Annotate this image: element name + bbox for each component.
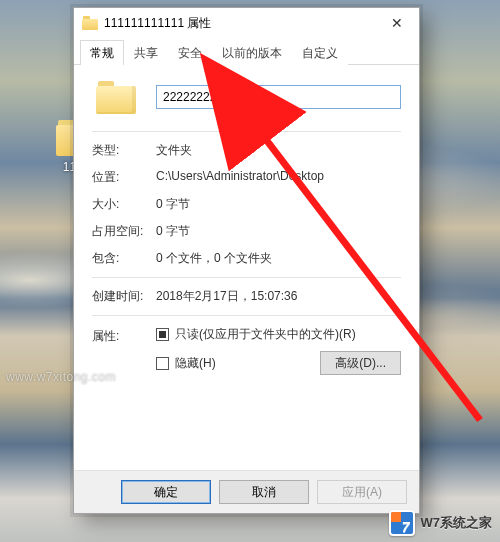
label-created: 创建时间: <box>92 288 156 305</box>
dialog-footer: 确定 取消 应用(A) <box>74 470 419 513</box>
label-attributes: 属性: <box>92 326 156 375</box>
tab-strip: 常规 共享 安全 以前的版本 自定义 <box>74 40 419 65</box>
readonly-checkbox-label: 只读(仅应用于文件夹中的文件)(R) <box>175 326 356 343</box>
window-title: 111111111111 属性 <box>104 15 374 32</box>
row-size-on-disk: 占用空间: 0 字节 <box>92 223 401 240</box>
value-size-on-disk: 0 字节 <box>156 223 401 240</box>
logo-badge-icon <box>389 510 415 536</box>
readonly-checkbox-row[interactable]: 只读(仅应用于文件夹中的文件)(R) <box>156 326 401 343</box>
folder-name-input[interactable] <box>156 85 401 109</box>
tab-security[interactable]: 安全 <box>168 40 212 65</box>
label-type: 类型: <box>92 142 156 159</box>
cancel-button[interactable]: 取消 <box>219 480 309 504</box>
row-created: 创建时间: 2018年2月17日，15:07:36 <box>92 288 401 305</box>
checkbox-readonly-icon <box>156 328 169 341</box>
row-type: 类型: 文件夹 <box>92 142 401 159</box>
dialog-body: 类型: 文件夹 位置: C:\Users\Administrator\Deskt… <box>74 65 419 470</box>
label-contains: 包含: <box>92 250 156 267</box>
label-size-on-disk: 占用空间: <box>92 223 156 240</box>
folder-icon <box>82 16 98 30</box>
tab-previous[interactable]: 以前的版本 <box>212 40 292 65</box>
label-location: 位置: <box>92 169 156 186</box>
advanced-button[interactable]: 高级(D)... <box>320 351 401 375</box>
apply-button[interactable]: 应用(A) <box>317 480 407 504</box>
tab-sharing[interactable]: 共享 <box>124 40 168 65</box>
close-button[interactable]: ✕ <box>374 8 419 38</box>
tab-custom[interactable]: 自定义 <box>292 40 348 65</box>
value-contains: 0 个文件，0 个文件夹 <box>156 250 401 267</box>
row-contains: 包含: 0 个文件，0 个文件夹 <box>92 250 401 267</box>
site-logo: W7系统之家 <box>389 510 493 536</box>
value-size: 0 字节 <box>156 196 401 213</box>
hidden-checkbox-label: 隐藏(H) <box>175 355 216 372</box>
folder-icon <box>96 77 136 117</box>
titlebar: 111111111111 属性 ✕ <box>74 8 419 38</box>
ok-button[interactable]: 确定 <box>121 480 211 504</box>
checkbox-hidden-icon <box>156 357 169 370</box>
value-type: 文件夹 <box>156 142 401 159</box>
hidden-checkbox-row[interactable]: 隐藏(H) <box>156 355 216 372</box>
value-created: 2018年2月17日，15:07:36 <box>156 288 401 305</box>
label-size: 大小: <box>92 196 156 213</box>
row-location: 位置: C:\Users\Administrator\Desktop <box>92 169 401 186</box>
properties-dialog: 111111111111 属性 ✕ 常规 共享 安全 以前的版本 自定义 类型:… <box>73 7 420 514</box>
site-name: W7系统之家 <box>421 514 493 532</box>
tab-general[interactable]: 常规 <box>80 40 124 65</box>
row-size: 大小: 0 字节 <box>92 196 401 213</box>
watermark-text: www.w7xitong.com <box>6 370 116 384</box>
value-location: C:\Users\Administrator\Desktop <box>156 169 401 186</box>
